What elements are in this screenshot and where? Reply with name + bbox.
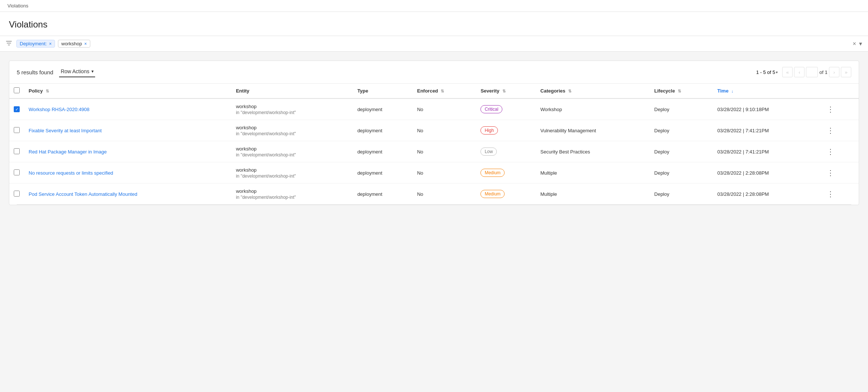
header-entity[interactable]: Entity xyxy=(231,84,353,98)
content-area: 5 results found Row Actions ▾ 1 - 5 of 5… xyxy=(0,52,868,214)
row-actions-button-1[interactable]: ⋮ xyxy=(824,124,837,136)
header-categories[interactable]: Categories ⇅ xyxy=(536,84,650,98)
row-checkbox-3[interactable] xyxy=(14,169,20,175)
row-enforced-3: No xyxy=(412,162,476,184)
filter-chip-deployment[interactable]: Deployment: × xyxy=(16,40,55,48)
page-title: Violations xyxy=(9,19,859,30)
row-enforced-0: No xyxy=(412,98,476,120)
first-page-button[interactable]: « xyxy=(782,67,793,77)
page-range: 1 - 5 of 5 ▾ xyxy=(756,69,778,75)
policy-sort-icon: ⇅ xyxy=(46,89,49,93)
violations-table-container: 5 results found Row Actions ▾ 1 - 5 of 5… xyxy=(9,61,859,205)
row-entity-3: workshopin "development/workshop-int" xyxy=(231,162,353,184)
row-checkbox-1[interactable] xyxy=(14,127,20,133)
row-actions-button-3[interactable]: ⋮ xyxy=(824,167,837,179)
prev-page-button[interactable]: ‹ xyxy=(794,67,804,77)
row-categories-4: Multiple xyxy=(536,184,650,205)
row-checkbox-4[interactable] xyxy=(14,191,20,197)
row-time-1: 03/28/2022 | 7:41:21PM xyxy=(713,120,820,141)
row-actions-button-4[interactable]: ⋮ xyxy=(824,188,837,200)
row-time-4: 03/28/2022 | 2:28:08PM xyxy=(713,184,820,205)
row-actions-cell-4: ⋮ xyxy=(819,184,859,205)
last-page-button[interactable]: » xyxy=(841,67,851,77)
table-row: Fixable Severity at least Importantworks… xyxy=(9,120,859,141)
row-actions-button[interactable]: Row Actions ▾ xyxy=(59,67,95,77)
header-time[interactable]: Time ↓ xyxy=(713,84,820,98)
row-policy-3: No resource requests or limits specified xyxy=(24,162,231,184)
policy-link-4[interactable]: Pod Service Account Token Automatically … xyxy=(29,191,137,197)
row-time-3: 03/28/2022 | 2:28:08PM xyxy=(713,162,820,184)
row-type-2: deployment xyxy=(353,141,413,162)
policy-link-3[interactable]: No resource requests or limits specified xyxy=(29,170,113,176)
row-lifecycle-0: Deploy xyxy=(650,98,713,120)
filter-icon xyxy=(6,40,12,47)
policy-link-0[interactable]: Workshop RHSA-2020:4908 xyxy=(29,107,90,112)
entity-ns-1: in "development/workshop-int" xyxy=(236,131,349,136)
row-checkbox-cell-0 xyxy=(9,98,24,120)
lifecycle-sort-icon: ⇅ xyxy=(678,89,681,93)
header-type[interactable]: Type xyxy=(353,84,413,98)
table-row: No resource requests or limits specified… xyxy=(9,162,859,184)
page-range-text: 1 - 5 of 5 xyxy=(756,69,775,75)
top-bar-label: Violations xyxy=(7,3,28,9)
entity-ns-4: in "development/workshop-int" xyxy=(236,195,349,200)
table-bottom-divider xyxy=(17,204,851,205)
table-toolbar: 5 results found Row Actions ▾ 1 - 5 of 5… xyxy=(9,61,859,84)
row-policy-4: Pod Service Account Token Automatically … xyxy=(24,184,231,205)
table-body: Workshop RHSA-2020:4908workshopin "devel… xyxy=(9,98,859,204)
header-actions xyxy=(819,84,859,98)
row-actions-cell-1: ⋮ xyxy=(819,120,859,141)
row-categories-0: Workshop xyxy=(536,98,650,120)
entity-ns-2: in "development/workshop-int" xyxy=(236,152,349,158)
next-page-button[interactable]: › xyxy=(829,67,839,77)
row-checkbox-2[interactable] xyxy=(14,148,20,154)
header-checkbox-cell xyxy=(9,84,24,98)
page-current: of 1 xyxy=(806,67,827,77)
select-all-checkbox[interactable] xyxy=(14,87,20,93)
row-enforced-2: No xyxy=(412,141,476,162)
row-checkbox-0[interactable] xyxy=(14,106,20,112)
row-actions-cell-0: ⋮ xyxy=(819,98,859,120)
row-policy-0: Workshop RHSA-2020:4908 xyxy=(24,98,231,120)
header-severity[interactable]: Severity ⇅ xyxy=(476,84,536,98)
filter-chip-workshop[interactable]: workshop × xyxy=(58,40,90,48)
row-actions-cell-2: ⋮ xyxy=(819,141,859,162)
row-lifecycle-3: Deploy xyxy=(650,162,713,184)
entity-name-0: workshop xyxy=(236,104,349,109)
page-number-input[interactable] xyxy=(806,67,818,77)
row-lifecycle-2: Deploy xyxy=(650,141,713,162)
policy-link-2[interactable]: Red Hat Package Manager in Image xyxy=(29,149,107,155)
row-enforced-4: No xyxy=(412,184,476,205)
row-entity-0: workshopin "development/workshop-int" xyxy=(231,98,353,120)
header-policy[interactable]: Policy ⇅ xyxy=(24,84,231,98)
filter-chip-workshop-close[interactable]: × xyxy=(84,41,87,46)
header-lifecycle[interactable]: Lifecycle ⇅ xyxy=(650,84,713,98)
results-count: 5 results found xyxy=(17,69,53,75)
filter-chip-close[interactable]: × xyxy=(49,41,52,46)
filter-chip-value: workshop xyxy=(61,41,82,46)
policy-link-1[interactable]: Fixable Severity at least Important xyxy=(29,128,102,133)
header-enforced[interactable]: Enforced ⇅ xyxy=(412,84,476,98)
table-header-row: Policy ⇅ Entity Type Enforced ⇅ Severity xyxy=(9,84,859,98)
row-policy-2: Red Hat Package Manager in Image xyxy=(24,141,231,162)
row-actions-button-0[interactable]: ⋮ xyxy=(824,103,837,115)
row-checkbox-cell-1 xyxy=(9,120,24,141)
filter-expand-button[interactable]: ▾ xyxy=(859,40,862,47)
row-categories-3: Multiple xyxy=(536,162,650,184)
row-entity-1: workshopin "development/workshop-int" xyxy=(231,120,353,141)
table-row: Red Hat Package Manager in Imageworkshop… xyxy=(9,141,859,162)
row-entity-2: workshopin "development/workshop-int" xyxy=(231,141,353,162)
categories-sort-icon: ⇅ xyxy=(568,89,571,93)
row-categories-2: Security Best Practices xyxy=(536,141,650,162)
row-actions-button-2[interactable]: ⋮ xyxy=(824,146,837,158)
row-actions-cell-3: ⋮ xyxy=(819,162,859,184)
page-range-dropdown[interactable]: 1 - 5 of 5 ▾ xyxy=(756,69,778,75)
entity-ns-3: in "development/workshop-int" xyxy=(236,174,349,179)
severity-badge-3: Medium xyxy=(480,169,505,177)
top-bar: Violations xyxy=(0,0,868,12)
row-actions-label: Row Actions xyxy=(61,68,89,74)
entity-name-1: workshop xyxy=(236,125,349,130)
row-lifecycle-1: Deploy xyxy=(650,120,713,141)
filter-clear-button[interactable]: × xyxy=(853,40,856,47)
pagination: 1 - 5 of 5 ▾ « ‹ of 1 › » xyxy=(756,67,851,77)
